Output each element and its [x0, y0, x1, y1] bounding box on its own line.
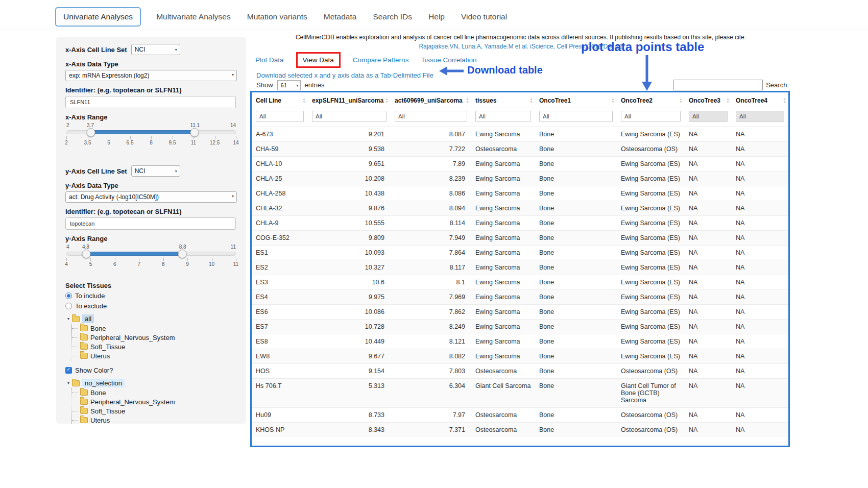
column-filter-act609699-unisarcoma[interactable] — [395, 111, 467, 122]
slider-handle-high[interactable] — [178, 250, 187, 258]
tree-item-bone[interactable]: Bone — [72, 388, 237, 397]
table-cell: Bone — [535, 305, 617, 320]
tree-item-uterus[interactable]: Uterus — [72, 416, 237, 424]
table-cell: NA — [732, 423, 788, 437]
column-header-oncotree4[interactable]: OncoTree4▲▼ — [732, 92, 788, 108]
tree-item-peripheral-nervous-system[interactable]: Peripheral_Nervous_System — [72, 397, 237, 406]
column-filter-oncotree3[interactable] — [689, 111, 728, 122]
nav-tab-multivariate-analyses[interactable]: Multivariate Analyses — [155, 9, 232, 25]
column-header-oncotree1[interactable]: OncoTree1▲▼ — [535, 92, 617, 108]
y-cell-line-set-select[interactable]: NCI — [131, 165, 180, 177]
nav-tab-univariate-analyses[interactable]: Univariate Analyses — [55, 7, 141, 27]
table-row[interactable]: EW89.6778.082Ewing SarcomaBoneEwing Sarc… — [252, 349, 788, 364]
tree-expander-icon[interactable]: ▾ — [67, 381, 69, 385]
column-filter-oncotree1[interactable] — [539, 111, 613, 122]
slider-handle-low[interactable] — [86, 128, 95, 137]
column-header-expslfn11-unisarcoma[interactable]: expSLFN11_uniSarcoma▲▼ — [308, 92, 391, 108]
folder-icon — [80, 344, 88, 350]
x-data-type-select[interactable]: exp: mRNA Expression (log2) — [65, 70, 237, 81]
slider-track[interactable] — [66, 252, 236, 256]
table-cell: NA — [732, 364, 788, 379]
tissue-include-radio[interactable]: To include — [65, 292, 237, 300]
tree-item-uterus[interactable]: Uterus — [72, 351, 237, 360]
slider-tick — [88, 136, 88, 139]
column-header-act609699-unisarcoma[interactable]: act609699_uniSarcoma▲▼ — [391, 92, 471, 108]
table-row[interactable]: ES49.9757.969Ewing SarcomaBoneEwing Sarc… — [252, 290, 788, 305]
y-identifier-input[interactable] — [65, 217, 236, 230]
tree-item-soft-tissue[interactable]: Soft_Tissue — [72, 406, 237, 416]
nav-tab-mutation-variants[interactable]: Mutation variants — [246, 9, 308, 25]
table-row[interactable]: CHLA-910.5558.114Ewing SarcomaBoneEwing … — [252, 216, 788, 231]
search-input[interactable] — [673, 80, 763, 90]
tree-expander-icon[interactable]: ▾ — [67, 316, 69, 321]
y-data-type-select[interactable]: act: Drug Activity (-log10[IC50M]) — [65, 191, 237, 203]
table-cell: Bone — [535, 379, 617, 408]
tab-plot-data[interactable]: Plot Data — [255, 56, 284, 64]
table-row[interactable]: COG-E-3529.8097.949Ewing SarcomaBoneEwin… — [252, 231, 788, 246]
table-cell: ES7 — [252, 320, 308, 334]
table-row[interactable]: CHLA-329.8768.094Ewing SarcomaBoneEwing … — [252, 201, 788, 216]
column-header-tissues[interactable]: tissues▲▼ — [471, 92, 535, 108]
tree-item-soft-tissue[interactable]: Soft_Tissue — [72, 342, 237, 351]
column-header-oncotree3[interactable]: OncoTree3▲▼ — [685, 92, 732, 108]
annotation-down-arrow-icon — [639, 54, 655, 92]
slider-handle-high[interactable] — [190, 128, 199, 137]
tab-tissue-correlation[interactable]: Tissue Correlation — [421, 56, 476, 64]
checkbox-checked-icon[interactable] — [65, 367, 72, 374]
tree-root[interactable]: ▾all — [67, 314, 237, 323]
column-header-cell-line[interactable]: Cell Line▲▼ — [252, 92, 308, 108]
table-row[interactable]: CHA-599.5387.722OsteosarcomaBoneOsteosar… — [252, 142, 788, 157]
column-filter-expslfn11-unisarcoma[interactable] — [312, 111, 387, 122]
sort-icon: ▲▼ — [385, 97, 389, 103]
column-filter-oncotree2[interactable] — [621, 111, 681, 122]
tree-root-label[interactable]: no_selection — [82, 379, 125, 387]
tree-root[interactable]: ▾no_selection — [67, 379, 237, 387]
table-row[interactable]: HOS9.1547.803OsteosarcomaBoneOsteosarcom… — [252, 364, 788, 379]
x-identifier-input[interactable] — [65, 96, 236, 108]
column-header-oncotree2[interactable]: OncoTree2▲▼ — [617, 92, 685, 108]
nav-tab-help[interactable]: Help — [427, 9, 446, 25]
table-row[interactable]: KHOS NP8.3437.371OsteosarcomaBoneOsteosa… — [252, 423, 788, 437]
download-tab-delimited-link[interactable]: Download selected x and y axis data as a… — [256, 71, 433, 79]
table-row[interactable]: CHLA-109.6517.89Ewing SarcomaBoneEwing S… — [252, 157, 788, 172]
table-row[interactable]: Hu098.7337.97OsteosarcomaBoneOsteosarcom… — [252, 408, 788, 423]
tab-compare-patterns[interactable]: Compare Patterns — [353, 56, 409, 64]
tissue-exclude-radio[interactable]: To exclude — [65, 302, 237, 310]
table-row[interactable]: CHLA-2510.2088.239Ewing SarcomaBoneEwing… — [252, 172, 788, 186]
table-row[interactable]: ES610.0867.862Ewing SarcomaBoneEwing Sar… — [252, 305, 788, 320]
nav-tab-video-tutorial[interactable]: Video tutorial — [460, 9, 508, 25]
table-cell: Ewing Sarcoma (ES) — [617, 320, 685, 334]
table-row[interactable]: ES210.3278.117Ewing SarcomaBoneEwing Sar… — [252, 260, 788, 275]
tree-item-peripheral-nervous-system[interactable]: Peripheral_Nervous_System — [72, 333, 237, 342]
table-row[interactable]: ES710.7288.249Ewing SarcomaBoneEwing Sar… — [252, 320, 788, 334]
column-filter-tissues[interactable] — [475, 111, 531, 122]
table-row[interactable]: CHLA-25810.4388.086Ewing SarcomaBoneEwin… — [252, 186, 788, 201]
x-cell-line-set-select[interactable]: NCI — [131, 44, 180, 55]
show-color-checkbox[interactable]: Show Color? — [65, 367, 237, 374]
slider-tick-label: 6 — [113, 261, 116, 267]
column-filter-oncotree4[interactable] — [736, 111, 784, 122]
table-row[interactable]: ES110.0937.864Ewing SarcomaBoneEwing Sar… — [252, 246, 788, 260]
nav-tab-search-ids[interactable]: Search IDs — [372, 9, 413, 25]
column-filter-cell-line[interactable] — [256, 111, 304, 122]
table-row[interactable]: ES310.68.1Ewing SarcomaBoneEwing Sarcoma… — [252, 275, 788, 290]
table-row[interactable]: A-6739.2018.087Ewing SarcomaBoneEwing Sa… — [252, 127, 788, 142]
slider-tick — [215, 136, 215, 139]
table-cell: COG-E-352 — [252, 231, 308, 246]
y-range-slider[interactable]: 4 4.8 8.8 11 4567891011 — [66, 244, 236, 272]
slider-handle-low[interactable] — [82, 250, 90, 258]
entries-select[interactable]: 61 — [277, 80, 301, 90]
radio-unchecked-icon[interactable] — [65, 303, 72, 309]
table-row[interactable]: Hs 706.T5.3136.304Giant Cell SarcomaBone… — [252, 379, 788, 408]
radio-checked-icon[interactable] — [65, 292, 72, 299]
table-row[interactable]: ES810.4498.121Ewing SarcomaBoneEwing Sar… — [252, 334, 788, 349]
citation-reference-link[interactable]: Rajapakse.VN, Luna.A, Yamade.M et al. iS… — [250, 43, 791, 50]
x-range-slider[interactable]: 2 3.7 11.1 14 23.556.589.51112.514 — [66, 123, 236, 150]
tree-item-bone[interactable]: Bone — [72, 324, 237, 333]
nav-tab-metadata[interactable]: Metadata — [323, 9, 358, 25]
tree-children: BonePeripheral_Nervous_SystemSoft_Tissue… — [71, 324, 237, 360]
tab-view-data[interactable]: View Data — [296, 52, 341, 68]
slider-track[interactable] — [66, 130, 236, 134]
x-identifier-label: Identifier: (e.g. topotecan or SLFN11) — [65, 86, 237, 94]
tree-root-label[interactable]: all — [82, 314, 94, 323]
